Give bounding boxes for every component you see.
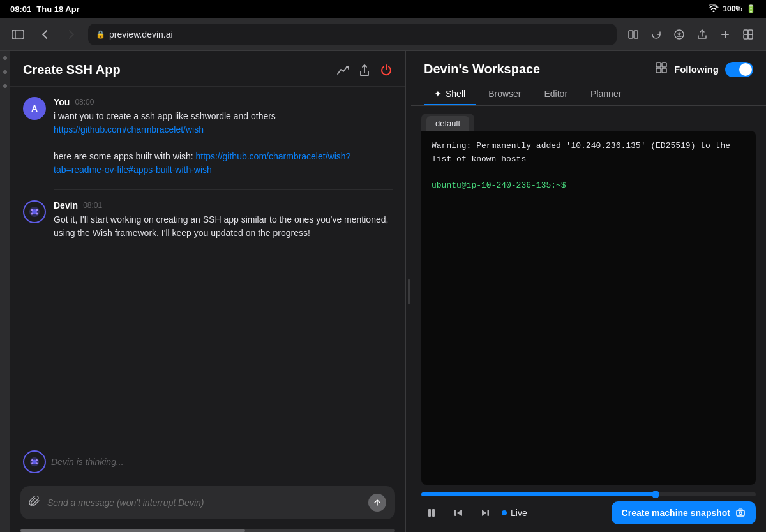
share-btn[interactable] <box>692 24 712 45</box>
terminal-warning: Warning: Permanently added '10.240.236.1… <box>432 140 746 166</box>
rail-dot-2 <box>3 70 7 74</box>
grid-icon-btn[interactable] <box>655 61 668 77</box>
svg-rect-25 <box>662 68 666 73</box>
download-btn[interactable] <box>669 24 689 45</box>
message-divider <box>54 189 393 190</box>
tab-editor[interactable]: Editor <box>534 84 578 105</box>
svg-rect-2 <box>629 31 633 38</box>
svg-point-19 <box>36 459 38 461</box>
share-icon-btn[interactable] <box>358 64 371 77</box>
message-group-devin: Devin 08:01 Got it, I'll start working o… <box>23 200 393 240</box>
tabs-btn[interactable] <box>738 24 758 45</box>
svg-rect-3 <box>634 31 638 38</box>
user-message-line1: i want you to create a ssh app like sshw… <box>54 111 276 121</box>
svg-rect-8 <box>744 34 748 39</box>
message-header-user: You 08:00 <box>54 97 393 107</box>
panel-divider[interactable] <box>406 51 411 532</box>
back-btn[interactable] <box>34 24 55 45</box>
playback-controls: Live Create machine snapshot <box>411 496 766 532</box>
svg-point-20 <box>31 462 33 464</box>
toggle-knob <box>739 63 752 76</box>
svg-rect-22 <box>656 63 661 67</box>
snapshot-btn-text: Create machine snapshot <box>622 508 730 518</box>
thinking-avatar <box>23 450 46 473</box>
user-message-text: i want you to create a ssh app like sshw… <box>54 110 393 177</box>
status-date: Thu 18 Apr <box>36 4 79 14</box>
svg-point-14 <box>31 213 33 215</box>
svg-point-13 <box>36 209 38 211</box>
svg-rect-26 <box>428 509 431 517</box>
svg-rect-28 <box>454 510 456 516</box>
terminal-window[interactable]: Warning: Permanently added '10.240.236.1… <box>421 131 756 485</box>
avatar-user: A <box>23 97 46 120</box>
browser-chrome: 🔒 preview.devin.ai <box>0 18 766 51</box>
svg-rect-24 <box>656 68 661 73</box>
svg-rect-6 <box>744 30 748 34</box>
skip-forward-btn[interactable] <box>475 503 495 523</box>
live-dot <box>502 510 507 515</box>
terminal-tab-default[interactable]: default <box>426 116 469 131</box>
svg-rect-23 <box>662 63 666 67</box>
new-tab-btn[interactable] <box>715 24 735 45</box>
attach-btn[interactable] <box>29 496 41 510</box>
skip-back-btn[interactable] <box>448 503 469 523</box>
status-bar: 08:01 Thu 18 Apr 100% 🔋 <box>0 0 766 18</box>
timeline-bar[interactable] <box>421 492 756 496</box>
playback-btns: Live <box>421 503 527 523</box>
svg-point-12 <box>31 209 33 211</box>
thinking-status: Devin is thinking... <box>10 444 405 480</box>
battery-percentage: 100% <box>723 4 742 13</box>
lock-icon: 🔒 <box>96 30 105 39</box>
svg-point-32 <box>739 512 742 515</box>
live-text: Live <box>511 508 527 518</box>
chat-header-actions <box>336 64 393 77</box>
workspace-header-right: Following <box>655 61 753 77</box>
message-content-devin: Devin 08:01 Got it, I'll start working o… <box>54 200 393 240</box>
chat-panel: Create SSH App <box>10 51 406 532</box>
tab-planner[interactable]: Planner <box>580 84 631 105</box>
wish-link[interactable]: https://github.com/charmbracelet/wish <box>54 124 204 135</box>
following-toggle[interactable] <box>725 62 753 77</box>
svg-rect-7 <box>748 30 753 34</box>
send-btn[interactable] <box>368 494 386 512</box>
live-badge: Live <box>502 508 527 518</box>
tab-shell-label: Shell <box>446 89 465 99</box>
shell-icon: ✦ <box>434 89 442 99</box>
address-bar[interactable]: 🔒 preview.devin.ai <box>88 24 617 45</box>
rail-dot-1 <box>3 56 7 60</box>
chat-input-box <box>20 486 395 519</box>
terminal-area: default Warning: Permanently added '10.2… <box>411 106 766 492</box>
tab-shell[interactable]: ✦ Shell <box>424 84 476 105</box>
forward-btn[interactable] <box>61 24 82 45</box>
svg-point-15 <box>36 213 38 215</box>
create-snapshot-btn[interactable]: Create machine snapshot <box>612 501 756 524</box>
tab-planner-label: Planner <box>590 89 621 99</box>
main-content: Create SSH App <box>0 51 766 532</box>
user-sender-name: You <box>54 97 70 107</box>
svg-rect-0 <box>12 30 24 39</box>
following-label: Following <box>674 64 719 75</box>
svg-rect-9 <box>748 34 753 39</box>
reader-btn[interactable] <box>623 24 643 45</box>
sidebar-toggle-btn[interactable] <box>8 24 28 45</box>
user-message-line2: here are some apps built with wish: <box>54 151 196 161</box>
tab-browser[interactable]: Browser <box>478 84 531 105</box>
power-icon-btn[interactable] <box>380 64 393 77</box>
chat-header: Create SSH App <box>10 51 405 87</box>
message-header-devin: Devin 08:01 <box>54 200 393 211</box>
rail-dot-3 <box>3 84 7 88</box>
reload-btn[interactable] <box>646 24 666 45</box>
timeline-progress <box>421 492 656 496</box>
wifi-icon <box>709 4 719 14</box>
terminal-tab-bar: default <box>421 114 474 131</box>
timeline-handle[interactable] <box>652 491 659 498</box>
scroll-indicator <box>20 529 395 532</box>
battery-icon: 🔋 <box>746 4 756 13</box>
tab-editor-label: Editor <box>544 89 568 99</box>
pause-btn[interactable] <box>421 503 442 523</box>
chat-input-area <box>10 480 405 529</box>
message-input[interactable] <box>47 498 362 508</box>
message-group-user: A You 08:00 i want you to create a ssh a… <box>23 97 393 177</box>
chart-icon-btn[interactable] <box>336 64 349 77</box>
chat-messages[interactable]: A You 08:00 i want you to create a ssh a… <box>10 87 405 444</box>
